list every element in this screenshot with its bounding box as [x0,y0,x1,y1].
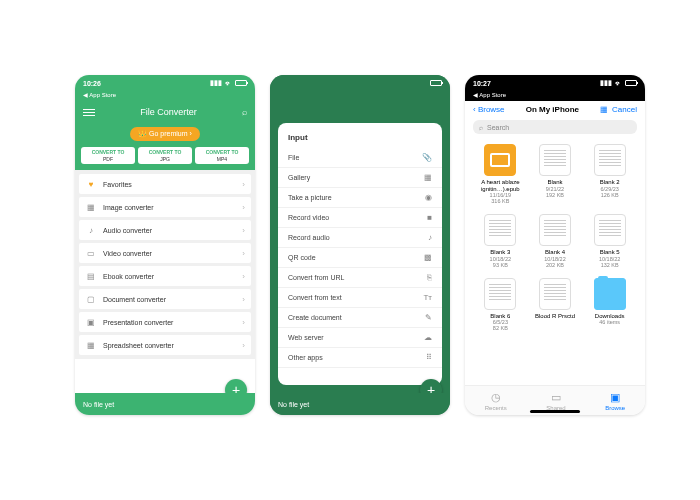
option-icon: ⠿ [426,353,432,362]
input-record-video[interactable]: Record video■ [278,208,442,228]
status-bar: 10:27 ▮▮▮ ᯤ [465,75,645,91]
hamburger-icon[interactable] [83,109,95,116]
app-header: File Converter ⌕ [75,101,255,123]
input-create-doc[interactable]: Create document✎ [278,308,442,328]
view-grid-icon[interactable]: ▦ [600,105,608,114]
screenshot-files-picker: 10:27 ▮▮▮ ᯤ ◀ App Store ‹ Browse On My i… [465,75,645,415]
row-label: Spreadsheet converter [103,342,242,349]
chevron-right-icon: › [242,226,245,235]
file-meta: 10/18/22202 KB [544,256,565,268]
option-icon: ◉ [425,193,432,202]
footer-status: No file yet [270,393,450,415]
option-label: Convert from text [288,294,423,301]
row-image-converter[interactable]: ▦Image converter› [79,197,251,217]
file-name: Blank 5 [600,249,620,256]
file-thumb [484,144,516,176]
signal-icon: ▮▮▮ [210,79,222,87]
row-icon: ▦ [85,203,97,212]
row-label: Audio converter [103,227,242,234]
row-audio-converter[interactable]: ♪Audio converter› [79,220,251,240]
row-spreadsheet-converter[interactable]: ▦Spreadsheet converter› [79,335,251,355]
input-record-audio[interactable]: Record audio♪ [278,228,442,248]
row-presentation-converter[interactable]: ▣Presentation converter› [79,312,251,332]
file-meta: 9/21/22192 KB [546,186,564,198]
file-item[interactable]: Blank 510/18/22132 KB [584,214,635,268]
file-item[interactable]: A heart ablaze ignitin…).epub11/16/19316… [475,144,526,204]
input-file[interactable]: File📎 [278,148,442,168]
row-favorites[interactable]: ♥Favorites› [79,174,251,194]
file-thumb [594,214,626,246]
row-label: Presentation converter [103,319,242,326]
convert-pills: CONVERT TOPDFCONVERT TOJPGCONVERT TOMP4 [75,147,255,170]
convert-pill[interactable]: CONVERT TOPDF [81,147,135,164]
row-icon: ▦ [85,341,97,350]
input-from-text[interactable]: Convert from textTт [278,288,442,308]
tab-browse[interactable]: ▣Browse [605,391,625,411]
header-title: File Converter [95,107,242,117]
option-label: Convert from URL [288,274,427,281]
file-meta: 10/18/2293 KB [490,256,511,268]
option-label: Take a picture [288,194,425,201]
file-item[interactable]: Blank 26/29/23126 KB [584,144,635,204]
file-item[interactable]: Blank 66/5/2382 KB [475,278,526,332]
input-options: File📎Gallery▦Take a picture◉Record video… [278,148,442,368]
file-item[interactable]: Blank 310/18/2293 KB [475,214,526,268]
file-item[interactable]: Blank 410/18/22202 KB [530,214,581,268]
status-icons: ▮▮▮ ᯤ [210,79,247,87]
converter-list: ♥Favorites›▦Image converter›♪Audio conve… [75,170,255,359]
input-web-server[interactable]: Web server☁ [278,328,442,348]
row-icon: ▢ [85,295,97,304]
option-label: Record video [288,214,427,221]
back-to-appstore[interactable]: ◀ App Store [75,91,255,101]
input-take-picture[interactable]: Take a picture◉ [278,188,442,208]
option-icon: ✎ [425,313,432,322]
search-icon[interactable]: ⌕ [242,107,247,117]
premium-row: 👑 Go premium › [75,123,255,147]
cancel-button[interactable]: Cancel [612,105,637,114]
convert-pill[interactable]: CONVERT TOMP4 [195,147,249,164]
row-label: Document converter [103,296,242,303]
file-name: Blood R Prsctd [535,313,575,320]
file-thumb [594,144,626,176]
row-document-converter[interactable]: ▢Document converter› [79,289,251,309]
status-time: 10:26 [83,80,101,87]
input-from-url[interactable]: Convert from URL⎘ [278,268,442,288]
search-input[interactable]: ⌕ Search [473,120,637,134]
wifi-icon: ᯤ [225,80,232,87]
clock-icon: ◷ [491,391,501,404]
file-name: A heart ablaze ignitin…).epub [475,179,525,192]
row-label: Ebook converter [103,273,242,280]
file-thumb [484,214,516,246]
option-icon: ☁ [424,333,432,342]
file-thumb [539,214,571,246]
file-grid: A heart ablaze ignitin…).epub11/16/19316… [465,138,645,337]
browse-back-button[interactable]: ‹ Browse [473,105,505,114]
file-item[interactable]: Downloads46 items [584,278,635,332]
file-item[interactable]: Blank9/21/22192 KB [530,144,581,204]
back-to-appstore[interactable]: ◀ App Store [465,91,645,101]
file-name: Blank [547,179,562,186]
screenshot-input-modal: 10:26 ▮▮▮ ᯤ ◀ App Store Audio converter … [270,75,450,415]
go-premium-button[interactable]: 👑 Go premium › [130,127,200,141]
search-placeholder: Search [487,124,509,131]
convert-pill[interactable]: CONVERT TOJPG [138,147,192,164]
file-name: Blank 3 [490,249,510,256]
status-icons: ▮▮▮ ᯤ [600,79,637,87]
input-qr-code[interactable]: QR code▩ [278,248,442,268]
row-ebook-converter[interactable]: ▤Ebook converter› [79,266,251,286]
file-item[interactable]: Blood R Prsctd [530,278,581,332]
tab-shared[interactable]: ▭Shared [546,391,565,411]
chevron-right-icon: › [242,272,245,281]
tab-recents[interactable]: ◷Recents [485,391,507,411]
row-label: Favorites [103,181,242,188]
option-icon: ⎘ [427,273,432,282]
input-other-apps[interactable]: Other apps⠿ [278,348,442,368]
chevron-right-icon: › [242,318,245,327]
option-label: QR code [288,254,424,261]
row-video-converter[interactable]: ▭Video converter› [79,243,251,263]
input-modal: Input File📎Gallery▦Take a picture◉Record… [278,123,442,385]
row-label: Video converter [103,250,242,257]
input-gallery[interactable]: Gallery▦ [278,168,442,188]
modal-title: Input [278,129,442,148]
chevron-right-icon: › [242,203,245,212]
